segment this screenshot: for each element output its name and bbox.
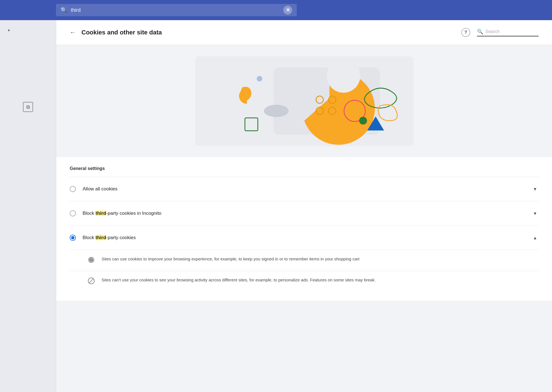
block-third-party-expanded: Sites can use cookies to improve your br…	[56, 250, 552, 301]
back-button[interactable]: ←	[70, 29, 76, 36]
svg-point-4	[327, 59, 360, 93]
svg-point-16	[90, 260, 91, 261]
svg-rect-3	[245, 118, 258, 131]
help-icon: ?	[464, 30, 467, 35]
search-input[interactable]	[485, 29, 536, 34]
close-icon: ✕	[286, 7, 290, 13]
block-incognito-option[interactable]: Block third-party cookies in Incognito ▾	[70, 201, 539, 225]
general-settings-title: General settings	[70, 157, 539, 177]
block-third-party-option[interactable]: Block third-party cookies ▴	[70, 225, 539, 250]
allow-all-chevron-button[interactable]: ▾	[532, 184, 539, 194]
block-third-party-chevron-button[interactable]: ▴	[532, 232, 539, 243]
svg-point-14	[90, 259, 91, 260]
expanded-text-1: Sites can use cookies to improve your br…	[102, 256, 359, 262]
settings-area: General settings Allow all cookies ▾ Blo…	[56, 157, 552, 250]
block-incognito-label: Block third-party cookies in Incognito	[83, 211, 532, 216]
chevron-down-icon: ▾	[8, 28, 10, 32]
content-panel: ← Cookies and other site data ? 🔍	[56, 20, 552, 392]
allow-all-label: Allow all cookies	[83, 186, 532, 192]
svg-point-17	[92, 260, 93, 261]
allow-all-radio[interactable]	[70, 186, 76, 192]
illustration-svg	[195, 56, 413, 146]
allow-all-cookies-option[interactable]: Allow all cookies ▾	[70, 177, 539, 201]
external-link-button[interactable]: ⧉	[23, 102, 33, 112]
block-incognito-chevron-button[interactable]: ▾	[532, 208, 539, 219]
block-incognito-highlight: third	[95, 211, 106, 216]
chevron-down-icon: ▾	[534, 186, 536, 192]
cookie-illustration	[195, 56, 413, 146]
svg-line-20	[89, 278, 93, 283]
top-search-input[interactable]	[71, 7, 283, 13]
top-bar: 🔍 ✕	[0, 0, 552, 20]
top-search-container: 🔍 ✕	[56, 4, 297, 16]
svg-point-10	[359, 117, 367, 125]
expanded-item-1: Sites can use cookies to improve your br…	[70, 250, 539, 271]
block-third-party-highlight: third	[95, 235, 106, 240]
block-third-party-label: Block third-party cookies	[83, 235, 532, 241]
svg-point-2	[264, 105, 289, 117]
sidebar: ▾ ⧉	[0, 20, 56, 392]
page-title: Cookies and other site data	[81, 29, 461, 36]
panel-header: ← Cookies and other site data ? 🔍	[56, 20, 552, 45]
block-incognito-radio[interactable]	[70, 210, 76, 216]
help-button[interactable]: ?	[461, 28, 470, 37]
chevron-up-icon: ▴	[534, 235, 536, 241]
sidebar-collapse-button[interactable]: ▾	[6, 26, 12, 35]
svg-point-15	[92, 258, 92, 259]
search-icon: 🔍	[60, 7, 67, 13]
expanded-item-2: Sites can't use your cookies to see your…	[70, 271, 539, 292]
search-icon: 🔍	[477, 29, 483, 35]
illustration-area	[56, 45, 552, 157]
no-cookie-icon	[88, 277, 95, 286]
svg-point-1	[257, 76, 262, 81]
block-third-party-radio[interactable]	[70, 235, 76, 241]
chevron-down-icon: ▾	[534, 211, 536, 216]
main-layout: ▾ ⧉ ← Cookies and other site data ? 🔍	[0, 20, 552, 392]
external-link-icon: ⧉	[26, 104, 30, 110]
svg-point-18	[92, 258, 93, 259]
expanded-text-2: Sites can't use your cookies to see your…	[102, 277, 376, 283]
svg-point-13	[88, 257, 94, 263]
back-arrow-icon: ←	[70, 29, 76, 36]
clear-search-button[interactable]: ✕	[283, 6, 292, 15]
cookie-icon	[88, 256, 95, 265]
search-field-container: 🔍	[477, 29, 539, 36]
